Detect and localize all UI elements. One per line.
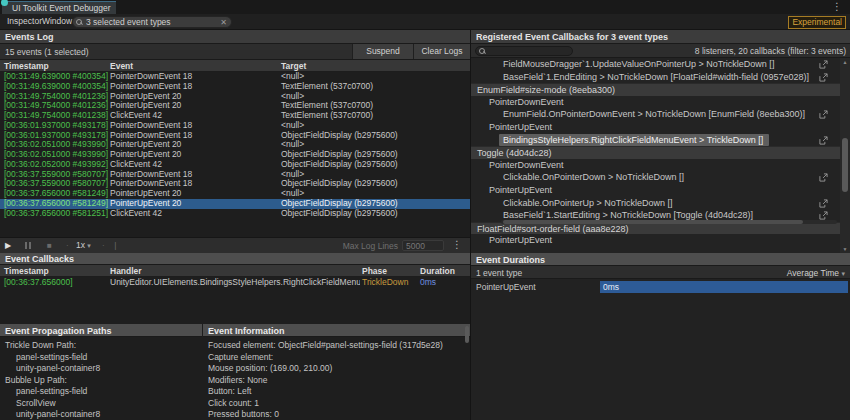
playback-speed-label: 1x	[76, 240, 85, 250]
event-durations-list: PointerUpEvent 0ms	[471, 281, 850, 294]
search-icon	[479, 48, 485, 54]
scrollbar-thumb[interactable]	[842, 138, 848, 192]
scrollbar-thumb[interactable]	[503, 220, 803, 224]
panel-picker-dropdown[interactable]: InspectorWindow ▾	[3, 15, 82, 28]
propagation-line: unity-panel-container8	[0, 409, 202, 420]
events-log-panel: Events Log 15 events (1 selected) Suspen…	[0, 30, 470, 420]
duration-event-name: PointerUpEvent	[476, 281, 536, 293]
tree-row[interactable]: PointerUpEvent	[471, 121, 840, 134]
registered-callbacks-header: Registered Event Callbacks for 3 event t…	[471, 30, 850, 44]
tree-row-label: Clickable.OnPointerUp > NoTrickleDown []	[471, 197, 672, 210]
propagation-paths-header: Event Propagation Paths	[0, 324, 202, 337]
registered-callbacks-panel: Registered Event Callbacks for 3 event t…	[471, 30, 850, 420]
open-source-link-icon[interactable]	[819, 199, 828, 208]
window-menu-icon[interactable]: ⋮	[832, 0, 842, 14]
playback-speed-dropdown[interactable]: 1x ▾	[76, 240, 91, 250]
tree-vertical-scrollbar[interactable]: ▲ ▼	[840, 58, 850, 253]
tree-row-label: PointerUpEvent	[471, 184, 552, 197]
event-type-search: ✕	[72, 16, 232, 28]
event-information-header: Event Information	[203, 324, 470, 337]
duration-bar: 0ms	[600, 281, 848, 293]
tree-row[interactable]: Toggle (4d04dc28)	[471, 146, 840, 159]
event-durations-header: Event Durations	[471, 253, 850, 266]
col-target: Target	[281, 61, 306, 71]
tree-row[interactable]: Clickable.OnPointerUp > NoTrickleDown []	[471, 197, 840, 210]
event-target: ObjectFieldDisplay (b2975600)	[281, 209, 398, 219]
propagation-line: unity-panel-container8	[0, 363, 202, 375]
registered-callbacks-toolbar: 8 listeners, 20 callbacks (filter: 3 eve…	[471, 44, 850, 58]
propagation-line: Trickle Down Path:	[0, 340, 202, 352]
tree-row-label: EnumField.OnPointerDownEvent > NoTrickle…	[471, 108, 805, 121]
tree-row[interactable]: FieldMouseDragger`1.UpdateValueOnPointer…	[471, 58, 840, 71]
tree-horizontal-scrollbar[interactable]	[501, 220, 837, 224]
tab-event-debugger[interactable]: UI Toolkit Event Debugger	[2, 1, 116, 14]
clear-search-icon[interactable]: ✕	[220, 17, 227, 28]
callbacks-search	[475, 46, 573, 56]
playback-bar: ▶ ■ · 1x ▾ · ❘ Max Log Lines ⋮	[0, 237, 470, 253]
propagation-line: panel-settings-field	[0, 386, 202, 398]
callbacks-search-input[interactable]	[488, 47, 568, 55]
tree-row[interactable]: PointerUpEvent	[471, 184, 840, 197]
debugger-toolbar: InspectorWindow ▾ ✕ Experimental	[0, 14, 850, 30]
open-source-link-icon[interactable]	[819, 136, 828, 145]
event-information-line: Pressed buttons: 0	[203, 409, 470, 420]
clear-logs-button[interactable]: Clear Logs	[413, 44, 470, 59]
tree-row-label: FieldMouseDragger`1.UpdateValueOnPointer…	[471, 58, 774, 71]
event-information-body: Focused element: ObjectField#panel-setti…	[203, 337, 470, 420]
scroll-down-icon[interactable]: ▼	[840, 245, 850, 253]
tree-row[interactable]: PointerDownEvent	[471, 159, 840, 172]
max-log-lines-input[interactable]	[402, 240, 444, 251]
play-icon[interactable]: ▶	[5, 241, 11, 250]
ui-toolkit-event-debugger-window: UI Toolkit Event Debugger ⋮ InspectorWin…	[0, 0, 850, 420]
search-icon	[76, 19, 82, 25]
tree-row[interactable]: PointerDownEvent	[471, 96, 840, 109]
propagation-line: Bubble Up Path:	[0, 375, 202, 387]
step-back-icon[interactable]: ·	[66, 241, 69, 250]
tree-row[interactable]: Clickable.OnPointerDown > NoTrickleDown …	[471, 171, 840, 184]
tree-row-label: BaseField`1.EndEditing > NoTrickleDown […	[471, 71, 809, 84]
tree-row-label: PointerUpEvent	[471, 121, 552, 134]
pause-icon[interactable]	[25, 241, 32, 251]
playbar-menu-icon[interactable]: ⋮	[452, 239, 462, 250]
event-information-line: Focused element: ObjectField#panel-setti…	[203, 340, 470, 352]
col-handler: Handler	[110, 266, 142, 276]
tree-row[interactable]: BaseField`1.EndEditing > NoTrickleDown […	[471, 71, 840, 84]
chevron-down-icon: ▾	[87, 242, 91, 249]
stop-icon[interactable]: ■	[47, 241, 52, 250]
tree-row[interactable]: EnumField.OnPointerDownEvent > NoTrickle…	[471, 108, 840, 121]
tree-row-label: PointerDownEvent	[471, 159, 564, 172]
frame-marker-icon: ❘	[112, 241, 119, 250]
duration-sort-dropdown[interactable]: Average Time ▾	[787, 268, 845, 278]
step-forward-icon[interactable]: ·	[102, 241, 105, 250]
event-timestamp: [00:36:37.656000 #581251]	[4, 209, 108, 219]
event-information-line: Click count: 1	[203, 398, 470, 410]
callback-timestamp: [00:36:37.656000]	[4, 277, 73, 288]
callback-phase: TrickleDown	[362, 277, 408, 288]
open-source-link-icon[interactable]	[819, 211, 828, 220]
duration-sort-label: Average Time	[787, 268, 839, 278]
tree-row-label: Clickable.OnPointerDown > NoTrickleDown …	[471, 171, 684, 184]
chevron-down-icon: ▾	[841, 270, 845, 277]
event-information-line: Button: Left	[203, 386, 470, 398]
propagation-paths-body: Trickle Down Path:panel-settings-fieldun…	[0, 337, 202, 420]
event-log-row[interactable]: [00:36:37.656000 #581251] ClickEvent 42 …	[0, 209, 470, 219]
tree-row-label: PointerDownEvent	[471, 96, 564, 109]
open-source-link-icon[interactable]	[819, 60, 828, 69]
event-type-search-input[interactable]	[86, 17, 214, 27]
events-log-column-header: Timestamp Event Target	[0, 60, 470, 72]
callback-duration: 0ms	[420, 277, 436, 288]
open-source-link-icon[interactable]	[819, 110, 828, 119]
tree-row[interactable]: EnumField#size-mode (8eeba300)	[471, 83, 840, 96]
experimental-badge: Experimental	[788, 16, 846, 29]
tree-row[interactable]: BindingsStyleHelpers.RightClickFieldMenu…	[471, 134, 840, 147]
bottom-scrollbar-thumb[interactable]	[465, 326, 469, 343]
scroll-up-icon[interactable]: ▲	[840, 58, 850, 66]
open-source-link-icon[interactable]	[819, 173, 828, 182]
suspend-button[interactable]: Suspend	[352, 44, 413, 59]
event-callbacks-header: Event Callbacks	[0, 253, 470, 265]
tree-row[interactable]: PointerUpEvent	[471, 234, 840, 247]
callback-row[interactable]: [00:36:37.656000] UnityEditor.UIElements…	[0, 277, 470, 288]
tree-row-label: PointerUpEvent	[471, 234, 552, 247]
open-source-link-icon[interactable]	[819, 73, 828, 82]
events-log-header: Events Log	[0, 30, 470, 44]
